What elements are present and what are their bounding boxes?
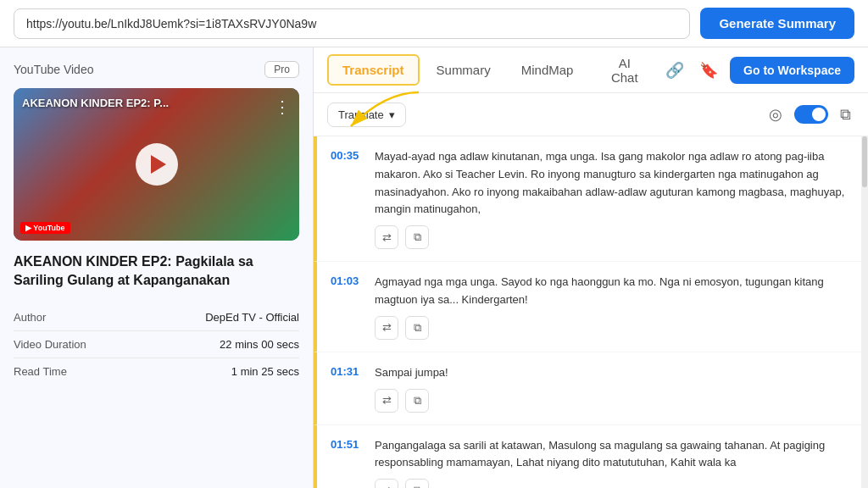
transcript-content: 00:35 Mayad-ayad nga adlaw kinutanan, mg…	[314, 136, 868, 488]
transcript-block: 00:35 Mayad-ayad nga adlaw kinutanan, mg…	[314, 136, 868, 262]
panel-title: YouTube Video	[14, 63, 93, 76]
copy-all-icon[interactable]: ⧉	[837, 103, 854, 127]
author-label: Author	[14, 304, 115, 331]
tab-transcript[interactable]: Transcript	[327, 54, 420, 86]
transcript-actions-3: ⇄ ⧉	[375, 479, 854, 488]
timestamp-0[interactable]: 00:35	[331, 149, 366, 249]
timestamp-2[interactable]: 01:31	[331, 365, 366, 413]
translate-select[interactable]: Translate ▾	[327, 103, 406, 127]
translate-block-icon-0[interactable]: ⇄	[375, 225, 398, 249]
video-thumbnail[interactable]: AKEANON KINDER EP2: P... ⋮ ▶ YouTube	[14, 88, 299, 241]
tab-actions: 🔗 🔖 Go to Workspace	[662, 57, 854, 84]
pro-badge: Pro	[264, 61, 299, 78]
link-icon[interactable]: 🔗	[662, 58, 687, 83]
transcript-body-3: Pangangalaga sa sarili at katawan, Masul…	[375, 437, 854, 488]
transcript-body-1: Agmayad nga mga unga. Sayod ko nga haong…	[375, 274, 854, 340]
tab-mindmap[interactable]: MindMap	[508, 56, 587, 84]
transcript-text-1: Agmayad nga mga unga. Sayod ko nga haong…	[375, 274, 854, 309]
panel-header: YouTube Video Pro	[14, 61, 299, 78]
tab-aichat[interactable]: AI Chat	[590, 49, 659, 92]
transcript-actions-2: ⇄ ⧉	[375, 389, 854, 413]
bookmark-icon[interactable]: 🔖	[696, 58, 721, 83]
tabs-bar: Transcript Summary MindMap AI Chat 🔗 🔖 G…	[314, 47, 868, 93]
duration-row: Video Duration 22 mins 00 secs	[14, 330, 299, 358]
transcript-text-2: Sampai jumpa!	[375, 364, 854, 382]
url-input[interactable]	[14, 8, 690, 39]
transcript-toolbar: Translate ▾ ◎ ⧉	[314, 93, 868, 136]
transcript-block: 01:03 Agmayad nga mga unga. Sayod ko nga…	[314, 262, 868, 352]
chevron-down-icon: ▾	[389, 108, 395, 121]
copy-block-icon-3[interactable]: ⧉	[405, 479, 429, 488]
thumbnail-title-overlay: AKEANON KINDER EP2: P...	[22, 97, 274, 111]
transcript-text-0: Mayad-ayad nga adlaw kinutanan, mga unga…	[375, 148, 854, 219]
translate-block-icon-1[interactable]: ⇄	[375, 316, 398, 340]
copy-block-icon-1[interactable]: ⧉	[405, 316, 429, 340]
scrollbar-thumb[interactable]	[862, 136, 867, 187]
youtube-logo: ▶ YouTube	[20, 222, 70, 234]
copy-block-icon-0[interactable]: ⧉	[405, 225, 429, 249]
main-content: YouTube Video Pro AKEANON KINDER EP2: P.…	[0, 47, 868, 488]
transcript-body-0: Mayad-ayad nga adlaw kinutanan, mga unga…	[375, 148, 854, 249]
author-row: Author DepEd TV - Official	[14, 304, 299, 331]
video-title: AKEANON KINDER EP2: Pagkilala sa Sarilin…	[14, 252, 299, 291]
transcript-actions-0: ⇄ ⧉	[375, 225, 854, 249]
crosshair-icon[interactable]: ◎	[765, 102, 786, 127]
transcript-block: 01:51 Pangangalaga sa sarili at katawan,…	[314, 425, 868, 488]
copy-block-icon-2[interactable]: ⧉	[405, 389, 429, 413]
timestamp-1[interactable]: 01:03	[331, 274, 366, 340]
toggle-switch[interactable]	[794, 105, 828, 124]
transcript-body-2: Sampai jumpa! ⇄ ⧉	[375, 364, 854, 413]
transcript-text-3: Pangangalaga sa sarili at katawan, Masul…	[375, 437, 854, 473]
video-info-table: Author DepEd TV - Official Video Duratio…	[14, 304, 299, 385]
right-panel: Transcript Summary MindMap AI Chat 🔗 🔖 G…	[314, 47, 868, 488]
left-panel: YouTube Video Pro AKEANON KINDER EP2: P.…	[0, 47, 314, 488]
readtime-row: Read Time 1 min 25 secs	[14, 358, 299, 385]
top-bar: Generate Summary	[0, 0, 868, 47]
toolbar-right: ◎ ⧉	[765, 102, 854, 127]
go-workspace-button[interactable]: Go to Workspace	[730, 57, 854, 84]
translate-block-icon-3[interactable]: ⇄	[375, 479, 398, 488]
duration-label: Video Duration	[14, 330, 115, 358]
translate-block-icon-2[interactable]: ⇄	[375, 389, 398, 413]
generate-summary-button[interactable]: Generate Summary	[700, 8, 854, 39]
translate-label: Translate	[338, 108, 384, 121]
readtime-label: Read Time	[14, 358, 115, 385]
more-icon[interactable]: ⋮	[274, 97, 291, 117]
duration-value: 22 mins 00 secs	[115, 330, 299, 358]
scrollbar-track[interactable]	[861, 136, 868, 488]
author-value: DepEd TV - Official	[115, 304, 299, 331]
transcript-actions-1: ⇄ ⧉	[375, 316, 854, 340]
tab-summary[interactable]: Summary	[423, 56, 504, 84]
timestamp-3[interactable]: 01:51	[331, 438, 366, 488]
readtime-value: 1 min 25 secs	[115, 358, 299, 385]
transcript-block: 01:31 Sampai jumpa! ⇄ ⧉	[314, 352, 868, 425]
play-button[interactable]	[136, 143, 178, 186]
